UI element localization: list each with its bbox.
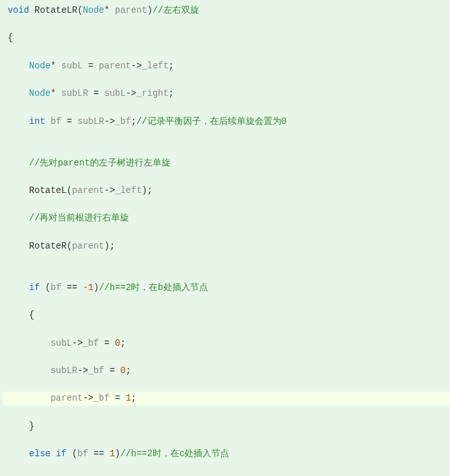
token-punct: = — [83, 61, 99, 71]
token-comment: //左右双旋 — [153, 5, 199, 15]
code-line: RotateL(parent->_left); — [3, 184, 450, 198]
token-ident: parent — [72, 185, 104, 196]
token-kw: int — [29, 116, 45, 127]
token-punct — [8, 338, 50, 348]
token-punct: -> — [104, 185, 115, 196]
token-punct: = — [61, 116, 77, 127]
token-punct: * — [104, 5, 115, 15]
token-punct: ; — [169, 61, 174, 71]
token-punct — [8, 393, 50, 403]
token-ident: bf — [77, 449, 88, 459]
token-punct: ( — [66, 185, 71, 196]
token-num: 0 — [120, 365, 125, 376]
token-punct — [8, 88, 29, 98]
token-punct: -> — [131, 61, 142, 71]
token-punct: ) — [147, 5, 152, 15]
token-punct: ); — [104, 241, 115, 251]
code-line: void RotateLR(Node* parent)//左右双旋 — [3, 4, 450, 18]
token-punct — [8, 116, 29, 127]
token-ident: subLR — [50, 365, 77, 376]
token-punct: = — [99, 338, 115, 348]
token-comment: //再对当前根进行右单旋 — [29, 213, 130, 223]
token-ident: bf — [50, 116, 61, 127]
token-punct: ( — [66, 449, 77, 459]
code-line: parent->_bf = 1; — [3, 392, 450, 406]
code-line: { — [3, 31, 450, 45]
token-punct: -> — [104, 116, 115, 127]
token-ident: parent — [115, 5, 147, 15]
token-ident: subL — [104, 88, 126, 98]
token-type: Node — [29, 61, 51, 71]
code-line: { — [3, 309, 450, 323]
token-type: Node — [83, 5, 105, 15]
code-line: //先对parent的左子树进行左单旋 — [3, 157, 450, 171]
token-ident: parent — [50, 393, 82, 403]
token-func: RotateR — [29, 241, 67, 251]
token-ident: bf — [50, 282, 61, 293]
code-line: else if (bf == 1)//h==2时，在c处插入节点 — [3, 447, 450, 461]
token-punct: { — [8, 310, 34, 320]
token-punct: -> — [72, 338, 83, 348]
token-punct: ; — [120, 338, 125, 348]
token-punct: ; — [131, 393, 136, 403]
token-ident: _left — [115, 185, 142, 196]
token-num: 1 — [110, 449, 115, 459]
code-line: RotateR(parent); — [3, 240, 450, 254]
token-punct — [45, 116, 50, 127]
token-ident: _left — [142, 61, 169, 71]
token-punct: = — [110, 393, 126, 403]
code-line: subL->_bf = 0; — [3, 337, 450, 351]
token-num: -1 — [83, 282, 94, 293]
token-comment: //h==2时，在c处插入节点 — [120, 449, 229, 459]
token-func: RotateL — [29, 185, 67, 196]
token-ident: subL — [61, 61, 83, 71]
token-punct: -> — [83, 393, 94, 403]
token-ident: parent — [99, 61, 131, 71]
token-ident: subLR — [77, 116, 104, 127]
token-punct: ; — [131, 116, 136, 127]
token-punct — [8, 365, 50, 376]
token-punct: -> — [77, 365, 88, 376]
token-punct — [8, 158, 29, 168]
code-block: void RotateLR(Node* parent)//左右双旋 { Node… — [0, 0, 450, 476]
token-punct — [8, 449, 29, 459]
token-punct — [8, 185, 29, 196]
token-kw: else if — [29, 449, 67, 459]
token-punct: { — [8, 33, 13, 43]
token-punct: == — [88, 449, 110, 459]
token-punct: ; — [126, 365, 131, 376]
token-comment: //记录平衡因子，在后续单旋会置为0 — [137, 116, 287, 127]
token-ident: _right — [137, 88, 169, 98]
token-punct: ( — [77, 5, 82, 15]
token-punct — [8, 241, 29, 251]
code-line: Node* subLR = subL->_right; — [3, 87, 450, 101]
code-line: } — [3, 420, 450, 434]
token-punct — [8, 282, 29, 293]
token-punct: ) — [93, 282, 98, 293]
token-punct: * — [50, 88, 61, 98]
token-ident: _bf — [88, 365, 104, 376]
token-punct — [8, 213, 29, 223]
token-kw: if — [29, 282, 40, 293]
code-line: int bf = subLR->_bf;//记录平衡因子，在后续单旋会置为0 — [3, 115, 450, 129]
token-punct: -> — [126, 88, 137, 98]
code-line: //再对当前根进行右单旋 — [3, 211, 450, 226]
token-kw: void — [8, 5, 29, 15]
token-punct: * — [50, 61, 61, 71]
token-comment: //先对parent的左子树进行左单旋 — [29, 158, 170, 168]
code-line: if (bf == -1)//h==2时，在b处插入节点 — [3, 281, 450, 295]
token-punct: = — [104, 365, 120, 376]
token-punct: = — [88, 88, 104, 98]
token-ident: subLR — [61, 88, 88, 98]
token-punct — [29, 5, 34, 15]
token-comment: //h==2时，在b处插入节点 — [99, 282, 208, 293]
token-punct: ( — [66, 241, 71, 251]
token-ident: _bf — [115, 116, 131, 127]
token-punct: == — [61, 282, 83, 293]
token-func: RotateLR — [34, 5, 77, 15]
token-ident: _bf — [83, 338, 99, 348]
token-ident: parent — [72, 241, 104, 251]
token-punct: ( — [40, 282, 50, 293]
token-type: Node — [29, 88, 51, 98]
token-punct: ; — [169, 88, 174, 98]
